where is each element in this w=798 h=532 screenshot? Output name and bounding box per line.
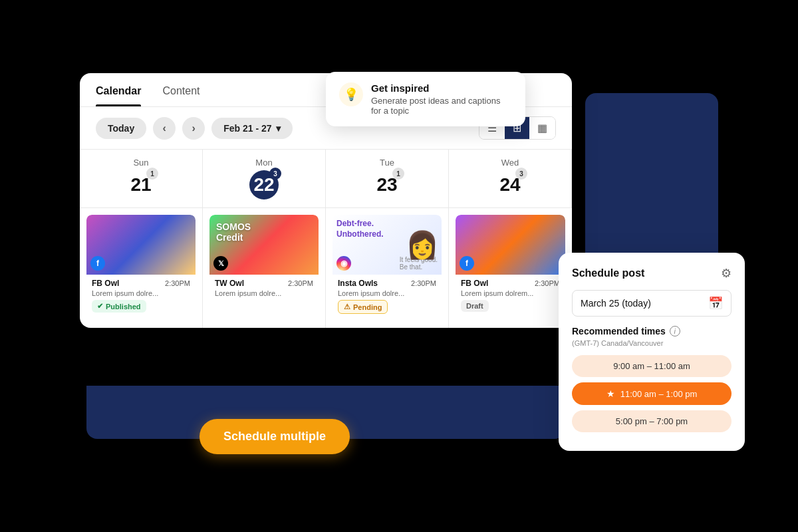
event-name-tue: Insta Owls	[338, 279, 378, 288]
tab-calendar[interactable]: Calendar	[96, 73, 141, 106]
day-name-tue: Tue	[380, 158, 394, 168]
inspire-tooltip: 💡 Get inspired Generate post ideas and c…	[326, 72, 525, 126]
status-text-tue: Pending	[353, 303, 382, 311]
cal-header-mon: Mon 22 3	[203, 150, 326, 208]
next-button[interactable]: ›	[182, 117, 205, 140]
event-img-wed: f	[456, 215, 565, 275]
tab-content[interactable]: Content	[162, 73, 200, 106]
event-time-sun: 2:30PM	[165, 279, 190, 287]
schedule-panel: Schedule post ⚙ March 25 (today) 📅 Recom…	[559, 253, 745, 451]
event-card-sun[interactable]: f FB Owl 2:30PM Lorem ipsum dolre... ✔ P…	[86, 215, 196, 318]
event-info-sun: FB Owl 2:30PM Lorem ipsum dolre... ✔ Pub…	[86, 275, 196, 318]
status-draft-wed: Draft	[461, 300, 489, 312]
status-text-wed: Draft	[466, 302, 483, 310]
chevron-down-icon: ▾	[276, 123, 281, 134]
cal-cell-wed: f FB Owl 2:30PM Lorem ipsum dolrem... Dr…	[449, 208, 572, 328]
time-slot-3[interactable]: 5:00 pm – 7:00 pm	[572, 410, 732, 432]
cal-cell-mon: SOMOSCredit 𝕏 TW Owl 2:30PM Lorem ipsum …	[203, 208, 326, 328]
inspire-text-block: Get inspired Generate post ideas and cap…	[371, 82, 512, 116]
inspire-desc: Generate post ideas and captions for a t…	[371, 96, 512, 116]
gear-button[interactable]: ⚙	[721, 266, 732, 281]
badge-sun: 1	[146, 168, 158, 180]
event-time-tue: 2:30PM	[411, 279, 436, 287]
event-row-sun: FB Owl 2:30PM	[92, 279, 190, 288]
schedule-header: Schedule post ⚙	[572, 266, 732, 281]
event-desc-sun: Lorem ipsum dolre...	[92, 289, 190, 297]
schedule-title: Schedule post	[572, 267, 644, 279]
prev-button[interactable]: ‹	[153, 117, 176, 140]
event-info-mon: TW Owl 2:30PM Lorem ipsum dolre...	[209, 275, 319, 303]
somos-label: SOMOSCredit	[216, 221, 251, 243]
inspire-title: Get inspired	[371, 82, 512, 94]
check-icon: ✔	[97, 302, 103, 311]
cursor-pointer: ☞	[352, 459, 372, 484]
today-button[interactable]: Today	[96, 118, 146, 139]
twitter-icon-mon: 𝕏	[213, 256, 228, 271]
day-name-mon: Mon	[255, 158, 272, 168]
date-input-text: March 25 (today)	[581, 298, 651, 309]
cal-header-wed: Wed 24 3	[449, 150, 572, 208]
badge-tue: 1	[392, 168, 404, 180]
time-slot-2[interactable]: ★ 11:00 am – 1:00 pm	[572, 382, 732, 405]
time-slot-1[interactable]: 9:00 am – 11:00 am	[572, 355, 732, 377]
event-desc-mon: Lorem ipsum dolre...	[215, 289, 313, 297]
cal-cell-sun: f FB Owl 2:30PM Lorem ipsum dolre... ✔ P…	[80, 208, 203, 328]
bulb-emoji: 💡	[344, 87, 358, 102]
rec-times-header: Recommended times i	[572, 326, 732, 336]
event-info-tue: Insta Owls 2:30PM Lorem ipsum dolre... ⚠…	[332, 275, 442, 319]
badge-wed: 3	[515, 168, 527, 180]
cal-header-tue: Tue 23 1	[326, 150, 449, 208]
date-input-row[interactable]: March 25 (today) 📅	[572, 290, 732, 317]
day-name-sun: Sun	[133, 158, 148, 168]
event-time-wed: 2:30PM	[535, 279, 560, 287]
schedule-multiple-button[interactable]: Schedule multiple	[200, 419, 350, 454]
view-calendar-button[interactable]: ▦	[529, 117, 555, 139]
badge-mon: 3	[269, 168, 281, 180]
person-img: 👩	[387, 215, 442, 275]
instagram-icon-tue: ◉	[336, 256, 351, 271]
timezone-label: (GMT-7) Canada/Vancouver	[572, 339, 732, 347]
facebook-icon-wed: f	[460, 256, 474, 271]
day-num-wrap-tue: 23 1	[372, 170, 402, 200]
event-card-tue[interactable]: Debt-free.Unbothered. It feels good.Be t…	[332, 215, 442, 319]
event-row-wed: FB Owl 2:30PM	[461, 279, 560, 288]
day-name-wed: Wed	[501, 158, 519, 168]
event-img-mon: SOMOSCredit 𝕏	[209, 215, 319, 275]
cal-header-sun: Sun 21 1	[80, 150, 203, 208]
calendar-icon: 📅	[708, 296, 723, 311]
event-desc-wed: Lorem ipsum dolrem...	[461, 289, 560, 297]
cal-cell-tue: Debt-free.Unbothered. It feels good.Be t…	[326, 208, 449, 328]
facebook-icon-sun: f	[90, 256, 105, 271]
day-num-wrap-wed: 24 3	[495, 170, 525, 200]
event-name-sun: FB Owl	[92, 279, 119, 288]
event-info-wed: FB Owl 2:30PM Lorem ipsum dolrem... Draf…	[456, 275, 565, 317]
event-row-mon: TW Owl 2:30PM	[215, 279, 313, 288]
info-icon: i	[670, 326, 680, 336]
event-card-wed[interactable]: f FB Owl 2:30PM Lorem ipsum dolrem... Dr…	[456, 215, 565, 317]
event-desc-tue: Lorem ipsum dolre...	[338, 289, 436, 297]
event-img-tue: Debt-free.Unbothered. It feels good.Be t…	[332, 215, 442, 275]
event-name-wed: FB Owl	[461, 279, 488, 288]
time-slot-2-label: 11:00 am – 1:00 pm	[620, 389, 698, 399]
warning-icon: ⚠	[344, 303, 350, 311]
status-pending-tue: ⚠ Pending	[338, 300, 388, 314]
date-range-label: Feb 21 - 27	[223, 123, 271, 134]
day-num-wrap-sun: 21 1	[126, 170, 156, 200]
event-card-mon[interactable]: SOMOSCredit 𝕏 TW Owl 2:30PM Lorem ipsum …	[209, 215, 319, 303]
inspire-icon: 💡	[339, 82, 363, 106]
event-row-tue: Insta Owls 2:30PM	[338, 279, 436, 288]
status-published-sun: ✔ Published	[92, 300, 146, 313]
date-range-button[interactable]: Feb 21 - 27 ▾	[211, 118, 292, 139]
rec-times-label: Recommended times	[572, 326, 666, 336]
event-time-mon: 2:30PM	[288, 279, 313, 287]
event-img-sun: f	[86, 215, 196, 275]
status-text-sun: Published	[106, 303, 141, 311]
star-icon: ★	[606, 388, 615, 399]
event-name-mon: TW Owl	[215, 279, 244, 288]
day-num-wrap-mon: 22 3	[249, 170, 279, 200]
calendar-grid: Sun 21 1 Mon 22 3 Tue 23 1 Wed 24 3	[80, 149, 572, 328]
